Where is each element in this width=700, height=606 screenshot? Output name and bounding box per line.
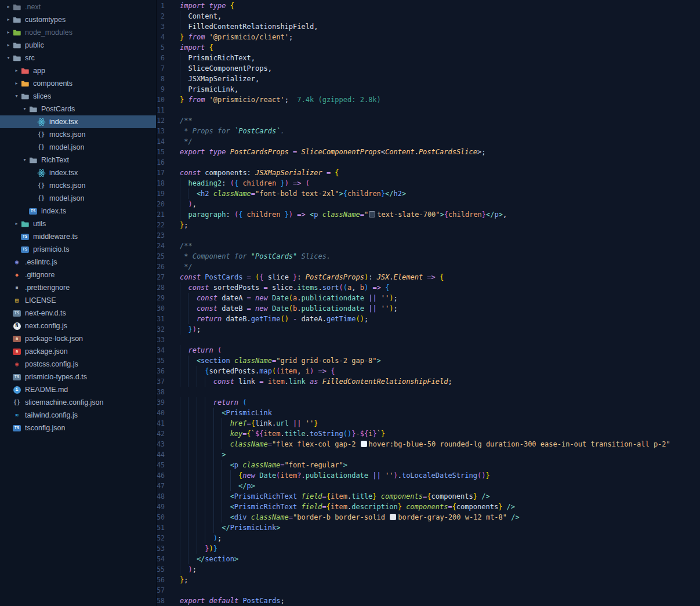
tree-file-tailwind.config.js[interactable]: ≈tailwind.config.js — [0, 409, 156, 422]
code-line[interactable]: 1import type { — [157, 1, 700, 11]
line-number[interactable]: 39 — [157, 397, 180, 408]
line-number[interactable]: 45 — [157, 460, 180, 470]
code-line[interactable]: 21paragraph: ({ children }) => <p classN… — [157, 209, 700, 220]
code-line[interactable]: 41href={link.url || ''} — [157, 418, 700, 429]
code-line[interactable]: 2Content, — [157, 11, 700, 21]
code-line[interactable]: 54</section> — [157, 554, 700, 564]
code-line[interactable]: 43className="flex flex-col gap-2 hover:b… — [157, 439, 700, 449]
tree-file-README.md[interactable]: iREADME.md — [0, 383, 156, 396]
code-line[interactable]: 45<p className="font-regular"> — [157, 460, 700, 470]
code-line[interactable]: 14 */ — [157, 136, 700, 147]
tree-file-prismicio.ts[interactable]: TSprismicio.ts — [0, 243, 156, 256]
code-line[interactable]: 15export type PostCardsProps = SliceComp… — [157, 147, 700, 157]
tree-file-.eslintrc.js[interactable]: ◉.eslintrc.js — [0, 256, 156, 268]
tree-file-tsconfig.json[interactable]: TStsconfig.json — [0, 422, 156, 434]
line-number[interactable]: 13 — [157, 126, 180, 136]
line-number[interactable]: 36 — [157, 366, 180, 376]
code-line[interactable]: 57 — [157, 585, 700, 596]
tree-file-mocks.json[interactable]: {}mocks.json — [0, 179, 156, 192]
code-line[interactable]: 42key={`${item.title.toString()}-${i}`} — [157, 429, 700, 439]
chevron-right-icon[interactable]: ▸ — [5, 26, 12, 39]
chevron-right-icon[interactable]: ▸ — [13, 217, 20, 230]
line-number[interactable]: 10 — [157, 95, 180, 105]
line-number[interactable]: 9 — [157, 84, 180, 95]
tree-file-LICENSE[interactable]: ▤LICENSE — [0, 294, 156, 307]
line-number[interactable]: 22 — [157, 220, 180, 230]
chevron-right-icon[interactable]: ▸ — [13, 77, 20, 90]
code-line[interactable]: 22}; — [157, 220, 700, 230]
line-number[interactable]: 28 — [157, 282, 180, 293]
code-line[interactable]: 7SliceComponentProps, — [157, 63, 700, 74]
code-line[interactable]: 8JSXMapSerializer, — [157, 74, 700, 84]
line-number[interactable]: 2 — [157, 11, 180, 21]
line-number[interactable]: 12 — [157, 115, 180, 126]
tree-folder-slices[interactable]: ▾slices — [0, 90, 156, 103]
tree-file-mocks.json[interactable]: {}mocks.json — [0, 128, 156, 141]
line-number[interactable]: 7 — [157, 63, 180, 74]
line-number[interactable]: 58 — [157, 596, 180, 606]
tree-file-package.json[interactable]: npackage.json — [0, 345, 156, 358]
chevron-right-icon[interactable]: ▸ — [5, 39, 12, 52]
line-number[interactable]: 46 — [157, 470, 180, 481]
line-number[interactable]: 24 — [157, 241, 180, 251]
line-number[interactable]: 34 — [157, 345, 180, 355]
code-line[interactable]: 53})} — [157, 543, 700, 554]
line-number[interactable]: 15 — [157, 147, 180, 157]
chevron-down-icon[interactable]: ▾ — [21, 154, 28, 166]
line-number[interactable]: 47 — [157, 481, 180, 491]
code-line[interactable]: 4} from '@prismicio/client'; — [157, 32, 700, 42]
line-number[interactable]: 11 — [157, 105, 180, 115]
code-line[interactable]: 46{new Date(item?.publicationdate || '')… — [157, 470, 700, 481]
tree-file-middleware.ts[interactable]: TSmiddleware.ts — [0, 230, 156, 243]
tree-folder-app[interactable]: ▸app — [0, 64, 156, 77]
code-line[interactable]: 16 — [157, 157, 700, 168]
code-line[interactable]: 40<PrismicLink — [157, 408, 700, 418]
code-line[interactable]: 24/** — [157, 241, 700, 251]
code-line[interactable]: 6PrismicRichText, — [157, 53, 700, 63]
line-number[interactable]: 35 — [157, 355, 180, 366]
line-number[interactable]: 49 — [157, 502, 180, 512]
code-line[interactable]: 51</PrismicLink> — [157, 522, 700, 533]
tree-folder-RichText[interactable]: ▾RichText — [0, 154, 156, 166]
code-line[interactable]: 33 — [157, 335, 700, 345]
code-line[interactable]: 20), — [157, 199, 700, 209]
line-number[interactable]: 42 — [157, 429, 180, 439]
tree-folder-node_modules[interactable]: ▸node_modules — [0, 26, 156, 39]
code-line[interactable]: 38 — [157, 387, 700, 397]
line-number[interactable]: 55 — [157, 564, 180, 575]
chevron-down-icon[interactable]: ▾ — [5, 52, 12, 64]
tree-folder-public[interactable]: ▸public — [0, 39, 156, 52]
tree-file-slicemachine.config.json[interactable]: {}slicemachine.config.json — [0, 396, 156, 409]
line-number[interactable]: 38 — [157, 387, 180, 397]
chevron-right-icon[interactable]: ▸ — [5, 13, 12, 26]
tree-folder-src[interactable]: ▾src — [0, 52, 156, 64]
code-line[interactable]: 10} from '@prismicio/react'; 7.4k (gzipp… — [157, 95, 700, 105]
tree-file-next.config.js[interactable]: Nnext.config.js — [0, 320, 156, 332]
tree-file-prismicio-types.d.ts[interactable]: TSprismicio-types.d.ts — [0, 371, 156, 383]
code-line[interactable]: 35<section className="grid grid-cols-2 g… — [157, 355, 700, 366]
code-line[interactable]: 27const PostCards = ({ slice }: PostCard… — [157, 272, 700, 282]
line-number[interactable]: 52 — [157, 533, 180, 543]
line-number[interactable]: 56 — [157, 575, 180, 585]
code-line[interactable]: 9PrismicLink, — [157, 84, 700, 95]
line-number[interactable]: 33 — [157, 335, 180, 345]
code-line[interactable]: 5import { — [157, 42, 700, 53]
line-number[interactable]: 17 — [157, 168, 180, 178]
tree-file-index.tsx[interactable]: index.tsx — [0, 166, 156, 179]
tree-file-index.ts[interactable]: TSindex.ts — [0, 205, 156, 217]
code-line[interactable]: 13 * Props for `PostCards`. — [157, 126, 700, 136]
tree-folder-.next[interactable]: ▸.next — [0, 1, 156, 13]
code-line[interactable]: 29const dateA = new Date(a.publicationda… — [157, 293, 700, 303]
code-line[interactable]: 34return ( — [157, 345, 700, 355]
tree-file-.gitignore[interactable]: ◆.gitignore — [0, 268, 156, 281]
code-line[interactable]: 52); — [157, 533, 700, 543]
line-number[interactable]: 37 — [157, 376, 180, 387]
tree-file-model.json[interactable]: {}model.json — [0, 141, 156, 154]
code-line[interactable]: 11 — [157, 105, 700, 115]
tree-file-index.tsx[interactable]: index.tsx — [0, 115, 156, 128]
line-number[interactable]: 48 — [157, 491, 180, 502]
line-number[interactable]: 6 — [157, 53, 180, 63]
line-number[interactable]: 41 — [157, 418, 180, 429]
line-number[interactable]: 5 — [157, 42, 180, 53]
chevron-right-icon[interactable]: ▸ — [13, 64, 20, 77]
